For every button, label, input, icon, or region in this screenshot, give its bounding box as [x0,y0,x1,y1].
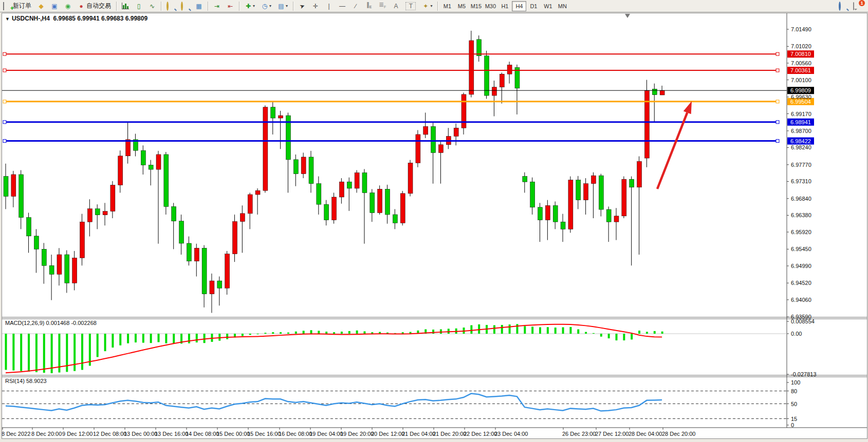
candlestick [461,94,466,128]
period-button-m1[interactable]: M1 [440,1,454,11]
candlestick [179,221,184,243]
new-order-icon [3,3,11,10]
candlestick [423,126,428,134]
macd-bar [608,334,610,338]
charts-button[interactable]: ◆ [35,1,47,12]
candlestick [95,209,100,215]
zoom-in-button[interactable] [164,1,177,12]
new-order-button[interactable]: 新订单 [1,1,34,12]
collapse-icon[interactable]: ▼ [5,16,10,22]
candlestick [660,90,664,95]
candlestick [431,126,436,152]
price-badge-label: 6.98422 [790,138,811,144]
period-button-mn[interactable]: MN [555,1,569,11]
macd-bar [295,332,297,334]
signals-button[interactable]: ◉ [62,1,74,12]
period-button-h4[interactable]: H4 [512,1,526,11]
chart-shift-button[interactable]: ⇤ [224,1,236,12]
autotrade-button[interactable]: ● 自动交易 [75,1,114,12]
chart-canvas: 7.008107.003616.998096.995046.989416.984… [2,13,867,438]
trend-line-button[interactable]: ∕ [349,1,362,12]
hline-endpoint-marker[interactable] [776,100,779,103]
period-button-m15[interactable]: M15 [469,1,483,11]
terminal-button[interactable]: ▣ [48,1,61,12]
candlestick [591,176,596,184]
time-tick-label: 14 Dec 08:00 [186,431,219,437]
candle-chart-button[interactable]: ▯ [133,1,145,12]
chart-shift-marker[interactable] [625,14,630,18]
macd-bar [646,332,648,334]
time-tick-label: 19 Dec 04:00 [309,431,343,437]
price-tick-label: 6.94520 [791,280,811,286]
candle-chart-icon: ▯ [135,3,142,10]
price-tick-label: 6.99630 [791,94,811,100]
macd-bar [593,333,595,334]
line-chart-button[interactable]: ∿ [146,1,158,12]
cursor-button[interactable]: ➤ [296,1,308,12]
candlestick [393,215,397,223]
zoom-out-button[interactable] [178,1,192,12]
hline-endpoint-marker[interactable] [776,121,779,124]
candlestick [156,155,161,169]
vertical-line-button[interactable]: | [323,1,335,12]
hline-endpoint-marker[interactable] [776,69,779,72]
zoom-in-icon [167,3,175,10]
text-button[interactable]: A [390,1,402,12]
candlestick [553,205,558,222]
periods-clock-button[interactable]: ◷▾ [258,1,274,12]
horizontal-line-button[interactable]: — [336,1,348,12]
equidistant-channel-icon: ∥E [365,1,373,11]
candlestick [19,175,24,218]
hline-endpoint-marker[interactable] [3,69,6,72]
trend-arrow-head[interactable] [684,101,692,114]
hline-endpoint-marker[interactable] [3,121,6,124]
candlestick [248,195,252,214]
search-button[interactable] [836,1,849,12]
candlestick [545,205,550,220]
period-button-d1[interactable]: D1 [526,1,541,11]
price-tick-label: 6.95450 [791,246,811,252]
time-tick-label: 15 Dec 16:00 [247,431,281,437]
time-tick-label: 8 Dec 20:00 [31,431,62,437]
trend-arrow[interactable] [657,112,687,189]
macd-bar [562,328,564,334]
time-tick-label: 8 Dec 2022 [2,431,30,437]
macd-bar [135,334,137,342]
hline-endpoint-marker[interactable] [3,100,6,103]
period-button-m5[interactable]: M5 [454,1,469,11]
macd-bar [661,332,663,334]
candlestick [271,107,275,118]
tile-windows-button[interactable]: ▦ [193,1,205,12]
macd-bar [623,334,625,340]
templates-button[interactable]: ▤▾ [275,1,290,12]
fibonacci-button[interactable]: ≣F [376,1,389,12]
text-label-button[interactable]: T [403,1,418,12]
indicators-add-button[interactable]: ✚▾ [242,1,257,12]
bar-chart-button[interactable] [119,1,132,12]
trend-line-icon: ∕ [352,3,359,10]
arrows-button[interactable]: ✦▾ [419,1,435,12]
price-tick-label: 6.94060 [791,297,811,303]
period-button-h1[interactable]: H1 [497,1,512,11]
period-button-m30[interactable]: M30 [483,1,497,11]
notifications-button[interactable]: 1 [851,1,864,12]
candlestick [27,218,31,236]
candlestick [347,182,352,188]
period-buttons: M1M5M15M30H1H4D1W1MN [440,1,569,11]
tile-windows-icon: ▦ [195,3,202,10]
macd-bar [310,330,312,334]
equidistant-channel-button[interactable]: ∥E [363,1,375,12]
hline-endpoint-marker[interactable] [3,140,6,143]
macd-bar [97,334,99,357]
candlestick [652,89,657,94]
hline-endpoint-marker[interactable] [776,52,779,55]
hline-endpoint-marker[interactable] [3,52,6,55]
hline-endpoint-marker[interactable] [776,140,779,143]
candlestick [538,207,543,220]
time-tick-label: 12 Dec 08:00 [93,431,126,437]
macd-bar [287,333,289,334]
candlestick [477,40,482,56]
crosshair-button[interactable]: ✛ [309,1,322,12]
auto-scroll-button[interactable]: ⇥ [211,1,223,12]
period-button-w1[interactable]: W1 [541,1,555,11]
